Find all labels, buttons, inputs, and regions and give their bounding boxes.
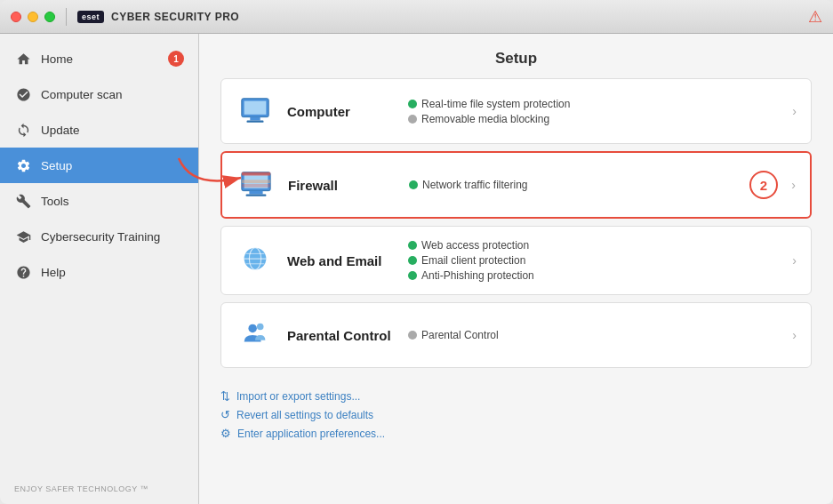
computer-card-icon xyxy=(236,92,275,131)
computer-card-features: Real-time file system protection Removab… xyxy=(408,98,781,125)
content-area: Setup Computer Real-time file syst xyxy=(199,34,833,504)
feat-dot-parental xyxy=(408,331,417,340)
sidebar: Home 1 Computer scan Update xyxy=(0,34,199,504)
titlebar: eset CYBER SECURITY PRO ⚠ xyxy=(0,0,833,34)
sidebar-item-setup[interactable]: Setup xyxy=(0,148,198,183)
page-title: Setup xyxy=(199,34,833,78)
computer-card-chevron: › xyxy=(792,104,797,118)
computer-scan-icon xyxy=(14,85,32,103)
update-icon xyxy=(14,121,32,139)
revert-label: Revert all settings to defaults xyxy=(236,409,373,421)
step-number-badge: 2 xyxy=(749,171,778,199)
traffic-lights xyxy=(11,12,55,22)
firewall-card-icon xyxy=(236,165,276,204)
svg-rect-7 xyxy=(249,191,262,195)
feature-label-network: Network traffic filtering xyxy=(422,179,527,191)
svg-rect-2 xyxy=(244,101,267,115)
warning-icon[interactable]: ⚠ xyxy=(808,7,822,27)
sidebar-label-home: Home xyxy=(41,52,159,66)
feature-label-antiphishing: Anti-Phishing protection xyxy=(421,269,534,282)
feature-label-realtime: Real-time file system protection xyxy=(421,98,570,110)
feature-dot-green xyxy=(408,100,417,108)
sidebar-label-update: Update xyxy=(41,124,184,137)
preferences-action[interactable]: ⚙ Enter application preferences... xyxy=(220,427,812,440)
cards-container: Computer Real-time file system protectio… xyxy=(199,78,833,382)
footer-actions: ⇅ Import or export settings... ↺ Revert … xyxy=(199,382,833,451)
feat-dot-3 xyxy=(408,271,417,280)
svg-rect-11 xyxy=(242,184,270,188)
cybersecurity-training-icon xyxy=(14,228,32,245)
firewall-card-features: Network traffic filtering xyxy=(409,179,752,191)
import-export-label: Import or export settings... xyxy=(236,390,360,403)
setup-icon xyxy=(14,156,32,174)
tools-icon xyxy=(14,192,32,210)
app-title: CYBER SECURITY PRO xyxy=(111,11,239,23)
parental-card-icon xyxy=(236,316,275,355)
titlebar-divider xyxy=(66,8,67,26)
feat-dot-2 xyxy=(408,256,417,265)
import-export-action[interactable]: ⇅ Import or export settings... xyxy=(220,389,812,403)
card-web-email[interactable]: Web and Email Web access protection Emai… xyxy=(220,226,812,295)
feature-label-email-client: Email client protection xyxy=(421,254,525,267)
preferences-label: Enter application preferences... xyxy=(237,428,385,440)
svg-point-18 xyxy=(257,324,264,331)
sidebar-footer: ENJOY SAFER TECHNOLOGY ™ xyxy=(0,474,198,504)
close-button[interactable] xyxy=(11,12,21,22)
firewall-card-title: Firewall xyxy=(288,178,395,193)
sidebar-label-cybersecurity-training: Cybersecurity Training xyxy=(41,230,184,244)
parental-card-features: Parental Control xyxy=(408,329,781,341)
maximize-button[interactable] xyxy=(44,12,55,22)
card-firewall[interactable]: Firewall Network traffic filtering 2 › xyxy=(220,151,812,219)
sidebar-nav: Home 1 Computer scan Update xyxy=(0,34,198,474)
feature-label-removable: Removable media blocking xyxy=(421,113,549,125)
sidebar-item-computer-scan[interactable]: Computer scan xyxy=(0,76,198,112)
svg-rect-4 xyxy=(247,120,264,122)
svg-rect-8 xyxy=(246,194,267,196)
feature-label-parental: Parental Control xyxy=(421,329,499,341)
svg-rect-3 xyxy=(250,117,260,121)
sidebar-item-help[interactable]: Help xyxy=(0,254,198,290)
import-export-icon: ⇅ xyxy=(220,389,230,403)
web-email-card-chevron: › xyxy=(792,253,797,268)
eset-badge: eset xyxy=(77,11,104,23)
home-badge: 1 xyxy=(168,51,184,67)
sidebar-item-update[interactable]: Update xyxy=(0,112,198,148)
help-icon xyxy=(14,263,32,281)
parental-card-title: Parental Control xyxy=(287,328,394,343)
sidebar-label-help: Help xyxy=(41,266,184,279)
firewall-card-chevron: › xyxy=(791,178,796,192)
svg-rect-10 xyxy=(242,180,270,183)
feature-network-traffic: Network traffic filtering xyxy=(409,179,752,191)
feature-removable: Removable media blocking xyxy=(408,113,781,125)
preferences-icon: ⚙ xyxy=(220,427,231,440)
feature-parental: Parental Control xyxy=(408,329,781,341)
feature-dot-gray xyxy=(408,115,417,124)
feature-dot-network-green xyxy=(409,180,418,189)
web-email-card-icon xyxy=(236,241,275,280)
sidebar-label-setup: Setup xyxy=(41,159,184,172)
titlebar-logo: eset CYBER SECURITY PRO xyxy=(77,11,239,23)
sidebar-label-computer-scan: Computer scan xyxy=(41,88,184,101)
feature-email-client: Email client protection xyxy=(408,254,781,267)
svg-point-17 xyxy=(248,324,257,333)
home-icon xyxy=(14,50,32,68)
sidebar-label-tools: Tools xyxy=(41,195,184,208)
sidebar-item-home[interactable]: Home 1 xyxy=(0,41,198,76)
card-computer[interactable]: Computer Real-time file system protectio… xyxy=(220,78,812,144)
svg-rect-9 xyxy=(242,172,270,176)
sidebar-item-cybersecurity-training[interactable]: Cybersecurity Training xyxy=(0,219,198,254)
app-body: Home 1 Computer scan Update xyxy=(0,34,833,504)
feature-antiphishing: Anti-Phishing protection xyxy=(408,269,781,282)
card-parental-control[interactable]: Parental Control Parental Control › xyxy=(220,302,812,368)
revert-action[interactable]: ↺ Revert all settings to defaults xyxy=(220,408,812,421)
parental-card-chevron: › xyxy=(792,328,797,342)
feature-realtime: Real-time file system protection xyxy=(408,98,781,110)
minimize-button[interactable] xyxy=(28,12,38,22)
feature-label-web-access: Web access protection xyxy=(421,239,529,252)
web-email-card-features: Web access protection Email client prote… xyxy=(408,239,781,282)
feat-dot-1 xyxy=(408,241,417,250)
sidebar-item-tools[interactable]: Tools xyxy=(0,183,198,219)
web-email-card-title: Web and Email xyxy=(287,253,394,268)
feature-web-access: Web access protection xyxy=(408,239,781,252)
computer-card-title: Computer xyxy=(287,104,394,119)
